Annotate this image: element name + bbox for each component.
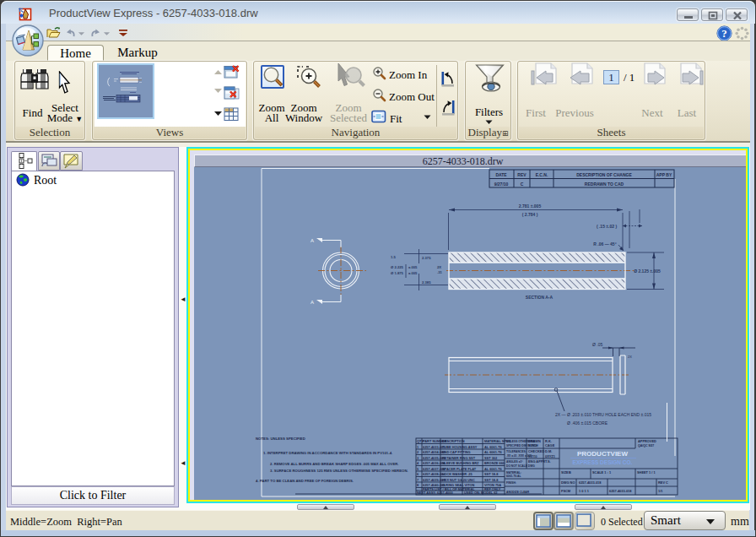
svg-text:SST 18-8: SST 18-8 xyxy=(484,472,499,476)
svg-text:( 2.784 ): ( 2.784 ) xyxy=(522,212,538,217)
svg-text:( .15 ±.02 ): ( .15 ±.02 ) xyxy=(597,224,617,229)
svg-text:T.S.: T.S. xyxy=(545,459,551,464)
svg-text:6061-T6 AL: 6061-T6 AL xyxy=(506,475,521,478)
svg-text:HEX NUT 1/4-20 UNC: HEX NUT 1/4-20 UNC xyxy=(442,478,475,482)
svg-text:2X: 2X xyxy=(628,355,632,359)
svg-text:BRONZE 660: BRONZE 660 xyxy=(484,461,505,465)
svg-text:1.5: 1.5 xyxy=(391,255,396,259)
svg-text:Ø .406 ±.015 CBORE: Ø .406 ±.015 CBORE xyxy=(567,420,608,426)
svg-text:0XYZ1: 0XYZ1 xyxy=(545,454,556,458)
svg-text:REDRAWN TO CAD: REDRAWN TO CAD xyxy=(585,182,624,187)
svg-text:2. REMOVE ALL BURRS AND BREAK: 2. REMOVE ALL BURRS AND BREAK SHARP EDGE… xyxy=(270,462,399,466)
svg-text:APPROVED: APPROVED xyxy=(638,439,656,443)
svg-text:ENG APPR: ENG APPR xyxy=(528,459,545,464)
svg-text:SST 302: SST 302 xyxy=(484,456,498,460)
svg-text:±.005: ±.005 xyxy=(408,265,418,269)
svg-text:2.375: 2.375 xyxy=(422,256,431,260)
svg-text:ANGLES ±1°: ANGLES ±1° xyxy=(506,460,523,464)
svg-text:±.005: ±.005 xyxy=(408,271,418,275)
svg-text:DRAWN: DRAWN xyxy=(528,439,541,443)
svg-text:1/1: 1/1 xyxy=(658,489,663,493)
svg-text:SCALE 1 : 1: SCALE 1 : 1 xyxy=(592,470,612,475)
svg-text:3. SURFACE ROUGHNESS 125 RMS: 3. SURFACE ROUGHNESS 125 RMS UNLESS OTHE… xyxy=(270,469,408,473)
svg-text:2X: 2X xyxy=(437,265,441,269)
svg-text:2.385: 2.385 xyxy=(422,280,431,285)
svg-text:CAGE: CAGE xyxy=(545,443,555,448)
svg-text:EXPRESS DESIGN CO.: EXPRESS DESIGN CO. xyxy=(573,459,633,465)
svg-text:6257-4033-018: 6257-4033-018 xyxy=(609,489,632,493)
svg-text:DESCRIPTION: DESCRIPTION xyxy=(442,439,465,443)
svg-text:SST 18-8: SST 18-8 xyxy=(484,478,499,482)
svg-text:RETAINER RING SST: RETAINER RING SST xyxy=(442,456,476,460)
svg-text:SLEEVE BUSHING BRZ: SLEEVE BUSHING BRZ xyxy=(442,461,479,465)
svg-text:ANODIZE CLEAR: ANODIZE CLEAR xyxy=(506,491,530,494)
svg-text:SPACER PLATE FLAT: SPACER PLATE FLAT xyxy=(442,467,477,471)
svg-text:4. PART TO BE CLEAN AND FREE: 4. PART TO BE CLEAN AND FREE OF FOREIGN … xyxy=(256,479,354,483)
svg-text:FSCM: FSCM xyxy=(561,489,570,493)
svg-text:R .06 — 45°: R .06 — 45° xyxy=(593,241,616,247)
svg-text:Ø 2.125 ±.005: Ø 2.125 ±.005 xyxy=(634,268,661,274)
svg-text:2.781 ±.005: 2.781 ±.005 xyxy=(519,203,542,209)
svg-text:1: 1 xyxy=(417,445,419,449)
svg-text:5: 5 xyxy=(417,467,419,471)
svg-text:A: A xyxy=(310,300,314,305)
svg-text:TOLERANCES:: TOLERANCES: xyxy=(506,450,526,453)
svg-text:DO NOT SCALE DWG: DO NOT SCALE DWG xyxy=(506,464,535,468)
svg-text:NEXT ASSY: 6257-4000: NEXT ASSY: 6257-4000 xyxy=(417,491,453,495)
svg-text:E.C.N.: E.C.N. xyxy=(536,172,548,177)
svg-text:SIZE: SIZE xyxy=(561,470,569,475)
svg-text:SHEET 1 / 1: SHEET 1 / 1 xyxy=(637,470,656,475)
svg-text:9/27/10: 9/27/10 xyxy=(494,182,509,187)
svg-text:DESCRIPTION OF CHANGE: DESCRIPTION OF CHANGE xyxy=(576,172,632,177)
svg-text:DWG NO: DWG NO xyxy=(561,480,575,485)
svg-text:7: 7 xyxy=(417,478,418,482)
svg-text:REV C: REV C xyxy=(658,480,668,485)
svg-text:4: 4 xyxy=(417,461,419,465)
svg-text:9/27/10: 9/27/10 xyxy=(528,444,537,448)
svg-text:AL 6061-T6: AL 6061-T6 xyxy=(484,445,503,449)
svg-text:AL 6061-T6: AL 6061-T6 xyxy=(484,450,503,454)
svg-text:9/27/10: 9/27/10 xyxy=(528,455,537,458)
svg-text:Ø 2.225: Ø 2.225 xyxy=(391,265,404,269)
svg-text:1. INTERPRET DRAWING IN ACCOR: 1. INTERPRET DRAWING IN ACCORDANCE WITH … xyxy=(263,451,392,455)
svg-text:A: A xyxy=(310,238,314,243)
svg-text:REV: REV xyxy=(517,172,526,177)
svg-text:2X — Ø .203 ±.010 THRU HOLE: 2X — Ø .203 ±.010 THRU HOLE EACH END ±.0… xyxy=(555,412,651,417)
svg-text:FINISH:: FINISH: xyxy=(506,481,516,485)
svg-text:CHECKED: CHECKED xyxy=(528,449,544,453)
svg-text:SECTION A-A: SECTION A-A xyxy=(526,295,554,300)
svg-text:LOCK WASHER .25: LOCK WASHER .25 xyxy=(442,472,473,476)
svg-text:END CAP FITTING: END CAP FITTING xyxy=(442,450,471,454)
svg-text:NOTES: UNLESS SPECIFIED: NOTES: UNLESS SPECIFIED xyxy=(256,437,305,441)
svg-text:D.M.: D.M. xyxy=(545,449,552,453)
svg-text:3: 3 xyxy=(417,456,419,460)
svg-text:.31: .31 xyxy=(437,270,442,274)
svg-text:1 0 1 1: 1 0 1 1 xyxy=(579,489,590,493)
svg-text:6257-4033-018: 6257-4033-018 xyxy=(579,480,602,485)
svg-text:2: 2 xyxy=(417,450,419,454)
svg-text:Ø 1.875: Ø 1.875 xyxy=(391,271,404,275)
svg-text:6: 6 xyxy=(417,472,419,476)
svg-text:B: B xyxy=(569,470,571,475)
svg-text:USED ON: MODEL 62: USED ON: MODEL 62 xyxy=(464,491,498,495)
svg-text:TUBE HOUSING ASSY: TUBE HOUSING ASSY xyxy=(442,445,478,449)
svg-text:C: C xyxy=(521,182,524,187)
svg-text:APP BY: APP BY xyxy=(656,172,672,177)
svg-text:DATE: DATE xyxy=(495,172,507,177)
svg-text:PRODUCTVIEW: PRODUCTVIEW xyxy=(577,450,628,458)
svg-text:?: ? xyxy=(721,27,727,40)
svg-text:AL 6061-T6: AL 6061-T6 xyxy=(484,467,503,471)
svg-text:QA/QC 9/27: QA/QC 9/27 xyxy=(638,444,654,448)
svg-text:Ø .05: Ø .05 xyxy=(592,342,602,347)
